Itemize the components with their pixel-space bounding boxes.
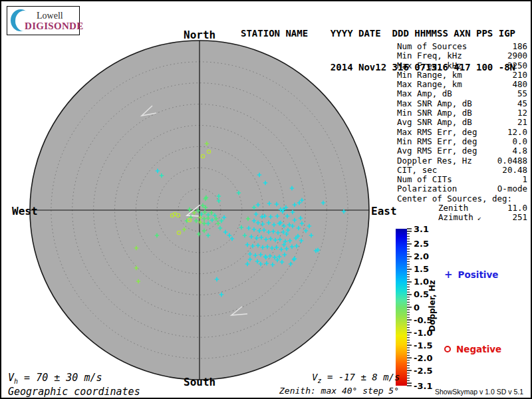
svg-text:-1.5: -1.5 <box>414 340 432 350</box>
svg-text:-2.5: -2.5 <box>414 366 432 376</box>
vertical-velocity-readout: Vz = -17 ± 8 m/s <box>312 372 400 384</box>
horizontal-velocity-readout: Vh = 70 ± 30 m/s <box>8 372 102 385</box>
zenith-scale-label: Zenith: max 40° step 5° <box>279 386 399 396</box>
skymap-svg: 3.12.52.01.51.00.50-0.5-1.0-1.5-2.0-2.5-… <box>1 1 532 399</box>
colorbar-axis-title: Doppler, Hz <box>428 280 437 332</box>
svg-text:-2.0: -2.0 <box>414 353 432 363</box>
svg-text:3.1: 3.1 <box>414 224 429 234</box>
plus-marker-icon: + <box>444 269 453 281</box>
svg-text:2.5: 2.5 <box>414 239 429 249</box>
colorbar-ticks <box>407 229 412 386</box>
app-version-label: ShowSkymap v 1.0 SD v 5.1 <box>435 388 523 396</box>
compass-label-south: South <box>184 376 215 388</box>
compass-label-east: East <box>371 205 397 217</box>
compass-label-west: West <box>12 205 38 217</box>
legend-positive-label: Positive <box>458 269 499 280</box>
doppler-colorbar <box>396 229 407 386</box>
svg-text:1.0: 1.0 <box>414 277 429 287</box>
svg-text:1.5: 1.5 <box>414 264 429 274</box>
svg-text:2.0: 2.0 <box>414 251 429 261</box>
compass-label-north: North <box>184 29 215 41</box>
circle-marker-icon <box>444 346 451 352</box>
svg-text:0.5: 0.5 <box>414 289 429 299</box>
coordinate-system-label: Geographic coordinates <box>8 386 140 398</box>
legend-negative-label: Negative <box>456 344 501 354</box>
legend-positive: + Positive <box>444 269 498 281</box>
svg-text:-3.1: -3.1 <box>414 381 432 391</box>
svg-text:0: 0 <box>414 303 420 313</box>
legend-negative: Negative <box>444 344 501 354</box>
skymap-window: Lowell DIGISONDE STATION NAME YYYY DATE … <box>0 0 532 399</box>
